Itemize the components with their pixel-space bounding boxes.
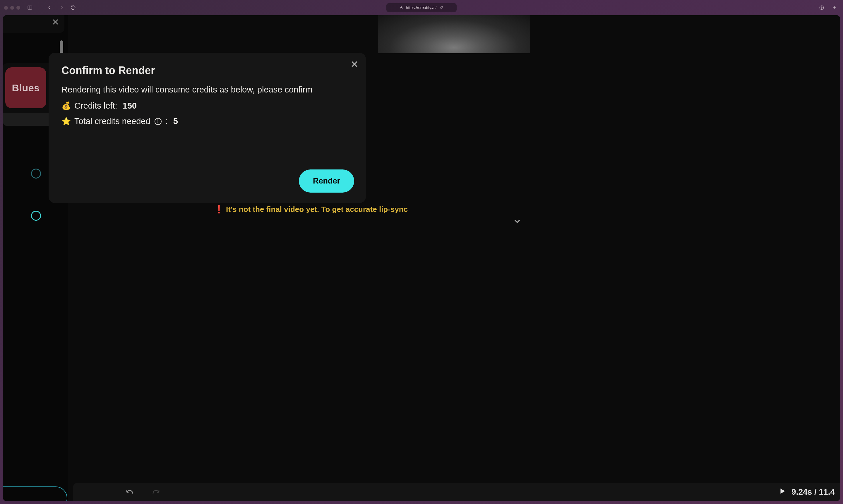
genre-chip-blues[interactable]: Blues — [5, 67, 46, 108]
browser-window: https://creatify.ai/ ✕ Blues — [0, 0, 843, 504]
redo-icon — [151, 487, 160, 497]
undo-icon[interactable] — [125, 487, 134, 497]
lock-icon — [399, 6, 403, 10]
playback-current-time: 9.24s — [791, 487, 812, 497]
playback-total-time: 11.4 — [819, 487, 835, 497]
nav-back-icon[interactable] — [46, 3, 54, 12]
modal-description: Rendering this video will consume credit… — [61, 85, 353, 94]
chevron-down-icon[interactable] — [513, 217, 522, 227]
svg-rect-0 — [28, 6, 32, 10]
star-icon: ⭐ — [61, 117, 71, 126]
credits-needed-value: 5 — [173, 116, 178, 126]
address-bar-url: https://creatify.ai/ — [406, 5, 437, 10]
app-viewport: ✕ Blues ❗ It's not the final video yet. … — [3, 15, 840, 501]
preview-warning: ❗ It's not the final video yet. To get a… — [68, 202, 840, 216]
window-minimize-dot[interactable] — [10, 6, 14, 10]
nav-forward-icon — [57, 3, 66, 12]
credits-left-value: 150 — [123, 101, 137, 111]
video-preview[interactable] — [378, 15, 530, 53]
playback-readout: 9.24s / 11.4 — [778, 487, 835, 497]
step-indicator-2[interactable] — [31, 211, 41, 221]
play-icon[interactable] — [778, 487, 786, 497]
genre-chip-label: Blues — [12, 82, 39, 94]
modal-close-button[interactable] — [350, 60, 359, 70]
warning-icon: ❗ — [214, 205, 223, 214]
playback-divider: / — [812, 487, 819, 497]
render-button[interactable]: Render — [299, 169, 354, 193]
credits-needed-label-prefix: Total credits needed — [74, 116, 150, 126]
bottom-pill-button[interactable] — [3, 486, 67, 501]
window-zoom-dot[interactable] — [16, 6, 20, 10]
nav-reload-icon[interactable] — [69, 3, 77, 12]
render-confirm-modal: Confirm to Render Rendering this video w… — [49, 53, 366, 203]
credits-left-row: 💰 Credits left: 150 — [61, 101, 353, 111]
credits-left-label: Credits left: — [74, 101, 118, 111]
new-tab-icon[interactable] — [830, 3, 839, 12]
sidebar-toggle-icon[interactable] — [25, 3, 34, 12]
modal-title: Confirm to Render — [61, 65, 353, 77]
close-icon — [350, 60, 359, 69]
browser-titlebar: https://creatify.ai/ — [0, 0, 843, 15]
share-link-icon[interactable] — [440, 5, 444, 10]
downloads-icon[interactable] — [817, 3, 826, 12]
credits-needed-row: ⭐ Total credits needed ! : 5 — [61, 116, 353, 126]
window-controls[interactable] — [4, 6, 20, 10]
close-icon[interactable]: ✕ — [52, 17, 59, 27]
info-icon[interactable]: ! — [155, 118, 162, 125]
moneybag-icon: 💰 — [61, 101, 71, 110]
window-close-dot[interactable] — [4, 6, 8, 10]
left-panel-header: ✕ — [3, 15, 65, 33]
address-bar[interactable]: https://creatify.ai/ — [387, 3, 456, 12]
step-indicator-1[interactable] — [31, 168, 41, 179]
svg-rect-2 — [400, 7, 402, 9]
step-indicators — [31, 168, 41, 221]
credits-needed-label-suffix: : — [166, 116, 168, 126]
preview-warning-text: It's not the final video yet. To get acc… — [226, 205, 408, 214]
svg-marker-7 — [781, 488, 785, 493]
timeline-toolbar: 9.24s / 11.4 — [73, 483, 840, 501]
